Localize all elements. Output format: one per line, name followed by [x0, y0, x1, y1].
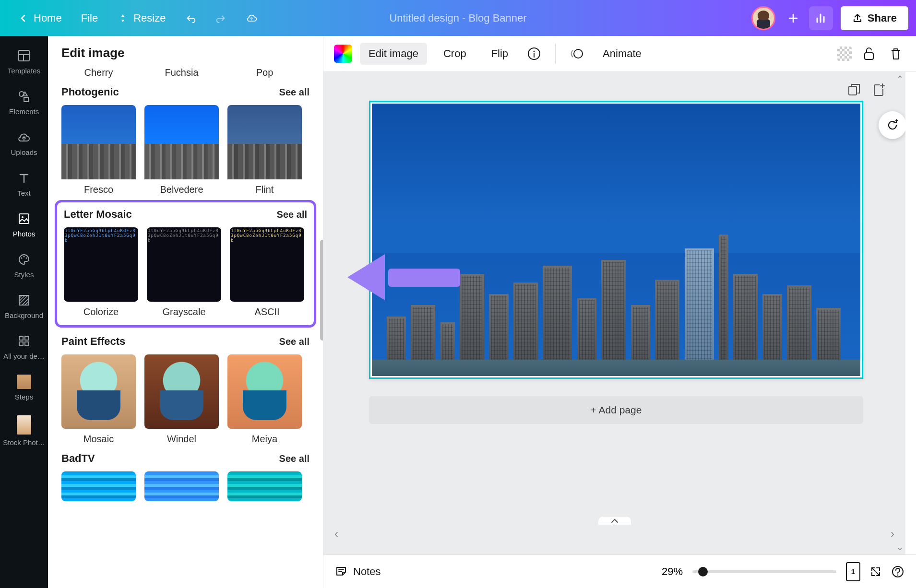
thumb-preview — [230, 227, 304, 302]
svg-rect-16 — [865, 53, 873, 59]
resize-label: Resize — [133, 12, 166, 24]
see-all-button[interactable]: See all — [277, 209, 307, 220]
notes-icon — [335, 565, 347, 578]
group-letter-mosaic-highlight: Letter Mosaic See all Colorize Grayscale… — [55, 200, 316, 328]
rail-text[interactable]: Text — [0, 164, 48, 204]
group-title: Paint Effects — [61, 335, 125, 348]
flip-button[interactable]: Flip — [483, 43, 517, 65]
rail-elements[interactable]: Elements — [0, 82, 48, 122]
delete-button[interactable] — [886, 44, 905, 63]
refresh-plus-icon — [885, 118, 900, 132]
copy-icon — [847, 82, 861, 97]
pages-count[interactable]: 1 — [846, 562, 860, 581]
filter-belvedere[interactable]: Belvedere — [144, 105, 219, 195]
share-button[interactable]: Share — [841, 6, 908, 30]
file-menu[interactable]: File — [71, 7, 107, 29]
templates-icon — [17, 48, 31, 63]
grid-icon — [17, 334, 31, 348]
thumb-preview — [227, 354, 302, 429]
thumb-preview — [227, 471, 302, 501]
filter-flint[interactable]: Flint — [227, 105, 302, 195]
expand-pages-button[interactable] — [598, 516, 631, 525]
slider-knob[interactable] — [698, 567, 708, 576]
group-letter-mosaic: Letter Mosaic See all Colorize Grayscale… — [64, 208, 307, 318]
rail-background[interactable]: Background — [0, 286, 48, 326]
animate-button[interactable]: Animate — [594, 43, 650, 65]
help-button[interactable] — [891, 565, 904, 578]
regenerate-button[interactable] — [879, 111, 905, 139]
scroll-up-icon[interactable]: ⌃ — [896, 74, 904, 84]
undo-button[interactable] — [175, 8, 206, 29]
animate-icon-button[interactable] — [567, 44, 586, 63]
filter-windel[interactable]: Windel — [144, 354, 219, 445]
duplicate-page-button[interactable] — [847, 82, 863, 99]
home-button[interactable]: Home — [8, 7, 71, 29]
panel-title: Edit image — [48, 36, 323, 67]
thumb-label: Colorize — [64, 306, 138, 318]
rail-label: Uploads — [11, 148, 37, 156]
edit-image-button[interactable]: Edit image — [360, 43, 427, 65]
filter-badtv-3[interactable] — [227, 471, 302, 501]
rail-templates[interactable]: Templates — [0, 42, 48, 82]
filter-badtv-2[interactable] — [144, 471, 219, 501]
filter-mosaic[interactable]: Mosaic — [61, 354, 136, 445]
redo-button[interactable] — [206, 8, 237, 29]
thumb-label: Fresco — [61, 184, 136, 195]
edit-image-panel: Edit image Cherry Fuchsia Pop Photogenic… — [48, 36, 323, 588]
prev-page-button[interactable]: ‹ — [329, 527, 344, 541]
zoom-slider[interactable] — [692, 570, 836, 573]
selected-image[interactable] — [369, 101, 863, 379]
transparency-button[interactable] — [837, 47, 852, 61]
filter-ascii[interactable]: ASCII — [230, 227, 304, 318]
add-page-bar[interactable]: + Add page — [369, 396, 863, 424]
thumb-label: Flint — [227, 184, 302, 195]
palette-icon — [17, 252, 31, 267]
color-swatch[interactable] — [334, 45, 352, 63]
rail-photos[interactable]: Photos — [0, 205, 48, 245]
svg-point-15 — [574, 49, 583, 58]
resize-button[interactable]: Resize — [107, 7, 175, 29]
document-title[interactable]: Untitled design - Blog Banner — [389, 12, 526, 24]
add-page-button[interactable] — [872, 82, 888, 99]
avatar[interactable] — [751, 6, 775, 30]
filter-meiya[interactable]: Meiya — [227, 354, 302, 445]
rail-all-designs[interactable]: All your de… — [0, 327, 48, 367]
photos-icon — [17, 212, 31, 226]
design-page[interactable] — [369, 101, 863, 379]
svg-point-21 — [897, 574, 899, 576]
panel-scrollbar[interactable] — [320, 240, 323, 341]
plus-icon — [788, 13, 798, 24]
thumb-label: ASCII — [230, 306, 304, 318]
insights-button[interactable] — [809, 6, 833, 30]
zoom-value[interactable]: 29% — [662, 565, 683, 578]
info-button[interactable] — [524, 44, 544, 63]
filter-fresco[interactable]: Fresco — [61, 105, 136, 195]
scroll-down-icon[interactable]: ⌄ — [896, 542, 904, 553]
see-all-button[interactable]: See all — [279, 87, 309, 98]
fullscreen-button[interactable] — [870, 566, 881, 577]
notes-button[interactable]: Notes — [335, 565, 381, 578]
next-page-button[interactable]: › — [885, 527, 900, 541]
rail-uploads[interactable]: Uploads — [0, 123, 48, 163]
svg-point-5 — [21, 258, 23, 259]
group-paint-effects: Paint Effects See all Mosaic Windel Meiy… — [61, 335, 309, 445]
share-label: Share — [868, 12, 897, 24]
rail-steps[interactable]: Steps — [0, 368, 48, 408]
bottom-bar: Notes 29% 1 — [323, 554, 916, 588]
filter-grayscale[interactable]: Grayscale — [147, 227, 221, 318]
lock-open-icon — [863, 47, 875, 61]
thumb-label: Windel — [144, 434, 219, 445]
upload-icon — [852, 13, 863, 24]
filter-colorize[interactable]: Colorize — [64, 227, 138, 318]
add-member-button[interactable] — [781, 6, 805, 30]
rail-styles[interactable]: Styles — [0, 246, 48, 285]
rail-stock-photos[interactable]: Stock Phot… — [0, 409, 48, 453]
lock-button[interactable] — [859, 44, 879, 63]
filter-badtv-1[interactable] — [61, 471, 136, 501]
see-all-button[interactable]: See all — [279, 336, 309, 347]
crop-button[interactable]: Crop — [435, 43, 475, 65]
cloud-sync-button[interactable] — [237, 8, 267, 29]
see-all-button[interactable]: See all — [279, 453, 309, 464]
svg-rect-3 — [19, 214, 29, 223]
skyline-image — [372, 104, 860, 376]
